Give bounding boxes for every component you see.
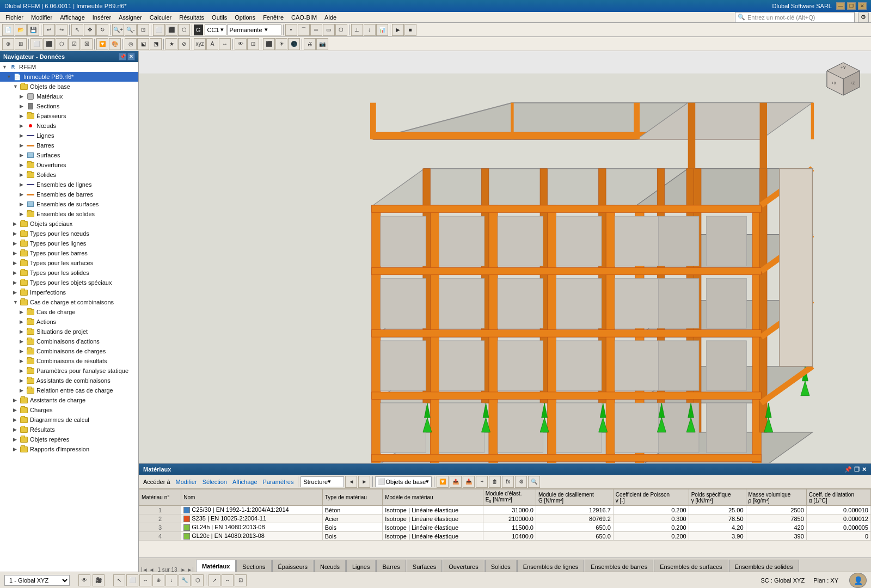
tree-item-ouv[interactable]: ▶Ouvertures [0, 160, 138, 170]
axis-btn[interactable]: xyz [194, 38, 206, 50]
tree-item-cas[interactable]: ▶Cas de charge [0, 307, 138, 317]
tree-item-act[interactable]: ▶Actions [0, 317, 138, 327]
close-btn[interactable]: ✕ [858, 2, 867, 10]
tree-item-typ_noe[interactable]: ▶Types pour les nœuds [0, 229, 138, 238]
line-btn[interactable]: ⌒ [298, 24, 310, 36]
orientation-cube[interactable]: +Y +Z +X [824, 60, 862, 98]
render-btn[interactable]: ★ [165, 38, 177, 50]
tab-ensembles-de-barres[interactable]: Ensembles de barres [585, 560, 653, 572]
bp-export-btn[interactable]: 📤 [450, 476, 462, 488]
menu-inserer[interactable]: Insérer [89, 13, 114, 22]
menu-outils[interactable]: Outils [208, 13, 230, 22]
solid2-btn[interactable]: ⬔ [150, 38, 162, 50]
view-icon[interactable]: 👁 [78, 574, 90, 586]
nav-next[interactable]: ► [181, 567, 186, 572]
bp-import-btn[interactable]: 📥 [463, 476, 475, 488]
shadow-btn[interactable]: 🌑 [288, 38, 300, 50]
screenshot-btn[interactable]: 📷 [316, 38, 328, 50]
tree-item-typ_sur[interactable]: ▶Types pour les surfaces [0, 258, 138, 268]
nav-last[interactable]: ►| [187, 567, 194, 572]
tab-mat-riaux[interactable]: Matériaux [196, 560, 236, 572]
affichage-label[interactable]: Affichage [230, 479, 260, 485]
new-btn[interactable]: 📄 [2, 24, 14, 36]
table-row-2[interactable]: 2 S235 | EN 10025-2:2004-11 Acier Isotro… [139, 514, 871, 523]
menu-cao-bim[interactable]: CAO-BIM [288, 13, 320, 22]
display-btn4[interactable]: ☑ [68, 38, 80, 50]
tab-barres[interactable]: Barres [376, 560, 406, 572]
sb-btn9[interactable]: ↔ [222, 574, 234, 586]
tree-item-typ_lig[interactable]: ▶Types pour les lignes [0, 238, 138, 248]
table-row-3[interactable]: 3 GL24h | EN 14080:2013-08 Bois Isotrope… [139, 523, 871, 532]
sb-btn4[interactable]: ⊕ [152, 574, 164, 586]
rotate-btn[interactable]: ↻ [96, 24, 108, 36]
tree-item-sec[interactable]: ▶Sections [0, 101, 138, 111]
tree-item-sur[interactable]: ▶Surfaces [0, 150, 138, 160]
tab-ensembles-de-lignes[interactable]: Ensembles de lignes [517, 560, 585, 572]
tree-item-cas_chg[interactable]: ▼Cas de charge et combinaisons [0, 297, 138, 307]
hide-btn[interactable]: 👁 [235, 38, 247, 50]
redo-btn[interactable]: ↪ [56, 24, 68, 36]
sidebar-pin-btn[interactable]: 📌 [119, 53, 126, 60]
wire-btn[interactable]: ⬕ [137, 38, 149, 50]
menu-aide[interactable]: Aide [321, 13, 340, 22]
snap-btn[interactable]: ⊕ [2, 38, 14, 50]
bp-nav-prev[interactable]: ◄ [345, 476, 357, 488]
surface-btn[interactable]: ▭ [323, 24, 335, 36]
sb-btn3[interactable]: ↔ [139, 574, 151, 586]
tree-item-ens_sol[interactable]: ▶Ensembles de solides [0, 209, 138, 219]
bp-delete-btn[interactable]: 🗑 [489, 476, 501, 488]
minimize-btn[interactable]: — [836, 2, 845, 10]
tree-item-obj_rep[interactable]: ▶Objets repères [0, 434, 138, 444]
view-dropdown[interactable]: 1 - Global XYZ [4, 575, 70, 586]
tree-item-charges[interactable]: ▶Charges [0, 405, 138, 415]
nav-prev[interactable]: ◄ [149, 567, 155, 572]
bp-filter-btn[interactable]: 🔽 [437, 476, 449, 488]
modifier-label[interactable]: Modifier [174, 479, 199, 485]
settings-btn[interactable]: ⚙ [858, 13, 869, 22]
zoom-in-btn[interactable]: 🔍+ [112, 24, 124, 36]
sb-btn7[interactable]: ⬡ [192, 574, 204, 586]
select-btn[interactable]: ↖ [71, 24, 83, 36]
bp-nav-next[interactable]: ► [358, 476, 370, 488]
view-top-btn[interactable]: ⬛ [165, 24, 177, 36]
display-btn3[interactable]: ⬡ [56, 38, 68, 50]
grid-btn[interactable]: ⊞ [15, 38, 27, 50]
sb-btn6[interactable]: 🔧 [179, 574, 191, 586]
tree-item-sit[interactable]: ▶Situations de projet [0, 327, 138, 336]
tab-sections[interactable]: Sections [236, 560, 271, 572]
zoom-out-btn[interactable]: 🔍- [125, 24, 137, 36]
table-row-1[interactable]: 1 C25/30 | EN 1992-1-1:2004/A1:2014 Béto… [139, 506, 871, 514]
bp-add-btn[interactable]: + [476, 476, 488, 488]
support-btn[interactable]: ⊥ [351, 24, 363, 36]
menu-fichier[interactable]: Fichier [2, 13, 27, 22]
tree-item-diag[interactable]: ▶Diagrammes de calcul [0, 415, 138, 425]
tree-item-sol[interactable]: ▶Solides [0, 170, 138, 180]
tree-item-base_obj[interactable]: ▼Objets de base [0, 82, 138, 91]
bp-pin-btn[interactable]: 📌 [844, 466, 852, 473]
tree-item-asst_comb[interactable]: ▶Assistants de combinaisons [0, 376, 138, 385]
bar-btn[interactable]: ═ [310, 24, 322, 36]
tab-surfaces[interactable]: Surfaces [407, 560, 442, 572]
result-btn[interactable]: 📊 [376, 24, 388, 36]
tree-item-typ_spe[interactable]: ▶Types pour les objets spéciaux [0, 278, 138, 287]
menu-calculer[interactable]: Calculer [146, 13, 175, 22]
tree-item-comb_act[interactable]: ▶Combinaisons d'actions [0, 336, 138, 346]
bp-search-btn[interactable]: 🔍 [528, 476, 540, 488]
tree-item-epa[interactable]: ▶Épaisseurs [0, 111, 138, 121]
restore-btn[interactable]: ❐ [847, 2, 856, 10]
view-front-btn[interactable]: ⬜ [153, 24, 165, 36]
tab-ensembles-de-surfaces[interactable]: Ensembles de surfaces [654, 560, 728, 572]
color-btn[interactable]: 🎨 [109, 38, 121, 50]
tab-ouvertures[interactable]: Ouvertures [443, 560, 484, 572]
tab-solides[interactable]: Solides [485, 560, 517, 572]
tree-item-rfem[interactable]: ▼RRFEM [0, 62, 138, 72]
sb-btn8[interactable]: ↗ [208, 574, 220, 586]
bp-restore-btn[interactable]: ❐ [854, 466, 860, 473]
viewport[interactable]: +Y +Z +X Matériaux 📌 ❐ ✕ Accéder à Modif… [139, 51, 871, 572]
load-case-name-dropdown[interactable]: Permanente ▾ [227, 24, 281, 35]
video-icon[interactable]: 🎥 [93, 574, 105, 586]
tree-item-rap[interactable]: ▶Rapports d'impression [0, 444, 138, 454]
search-panel[interactable]: 🔍 Entrez un mot-clé (Alt+Q) [735, 12, 855, 23]
filter-btn[interactable]: 🔽 [96, 38, 108, 50]
sb-btn5[interactable]: ↓ [165, 574, 177, 586]
